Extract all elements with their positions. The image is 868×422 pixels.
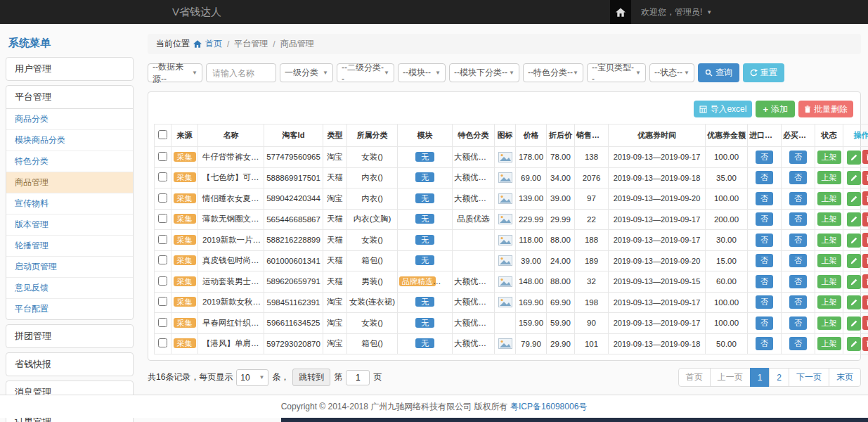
- status-button[interactable]: 上架: [817, 295, 841, 309]
- delete-button[interactable]: [862, 212, 868, 226]
- status-select[interactable]: --状态--▼: [649, 63, 694, 82]
- icp-link[interactable]: 粤ICP备16098006号: [510, 402, 587, 411]
- data-source-select[interactable]: --数据来源--▼: [148, 63, 202, 82]
- sidebar-item-child[interactable]: 商品管理: [6, 172, 133, 193]
- edit-button[interactable]: [847, 316, 861, 331]
- import-excel-button[interactable]: 导入excel: [694, 101, 752, 117]
- mustbuy-toggle-button[interactable]: 否: [789, 212, 807, 226]
- name-search-input[interactable]: [206, 63, 276, 82]
- row-checkbox[interactable]: [158, 152, 167, 161]
- module-select[interactable]: --模块--▼: [398, 63, 446, 82]
- mustbuy-toggle-button[interactable]: 否: [789, 254, 807, 267]
- edit-button[interactable]: [847, 192, 861, 206]
- status-button[interactable]: 上架: [817, 254, 841, 267]
- level1-category-select[interactable]: 一级分类▼: [280, 63, 333, 82]
- row-checkbox[interactable]: [158, 297, 167, 306]
- sidebar-item-child[interactable]: 宣传物料: [6, 193, 133, 215]
- import-toggle-button[interactable]: 否: [756, 337, 773, 350]
- mustbuy-toggle-button[interactable]: 否: [789, 295, 807, 309]
- module-subcategory-select[interactable]: --模块下分类--▼: [449, 63, 519, 82]
- edit-button[interactable]: [847, 171, 861, 185]
- row-checkbox[interactable]: [158, 255, 167, 264]
- reset-button[interactable]: 重置: [743, 63, 784, 82]
- sidebar-item-parent[interactable]: 平台管理: [6, 86, 133, 108]
- sidebar-item-child[interactable]: 启动页管理: [6, 257, 133, 278]
- delete-button[interactable]: [862, 274, 868, 288]
- breadcrumb-home-link[interactable]: 首页: [205, 38, 222, 50]
- search-button[interactable]: 查询: [698, 63, 739, 82]
- level2-category-select[interactable]: --二级分类--▼: [337, 63, 394, 82]
- edit-button[interactable]: [847, 275, 861, 289]
- page-button[interactable]: 下一页: [789, 368, 829, 387]
- add-button[interactable]: + 添加: [756, 101, 795, 117]
- sidebar-item-child[interactable]: 轮播管理: [6, 236, 133, 257]
- mustbuy-toggle-button[interactable]: 否: [789, 192, 807, 205]
- import-toggle-button[interactable]: 否: [756, 316, 773, 330]
- item-type-select[interactable]: --宝贝类型--▼: [587, 63, 646, 82]
- import-toggle-button[interactable]: 否: [756, 234, 773, 247]
- import-toggle-button[interactable]: 否: [756, 275, 773, 288]
- sidebar-item-parent[interactable]: 用户管理: [6, 58, 133, 80]
- row-checkbox[interactable]: [158, 214, 167, 223]
- mustbuy-toggle-button[interactable]: 否: [789, 337, 807, 350]
- edit-button[interactable]: [847, 212, 861, 226]
- mustbuy-toggle-button[interactable]: 否: [789, 316, 807, 330]
- mustbuy-toggle-button[interactable]: 否: [789, 275, 807, 288]
- user-menu[interactable]: 欢迎您，管理员! ▼: [631, 0, 722, 24]
- delete-button[interactable]: [862, 254, 868, 268]
- sidebar-item-child[interactable]: 特色分类: [6, 151, 133, 172]
- sidebar-item-child[interactable]: 版本管理: [6, 215, 133, 236]
- import-toggle-button[interactable]: 否: [756, 212, 773, 226]
- import-toggle-button[interactable]: 否: [756, 295, 773, 309]
- batch-delete-button[interactable]: 批量删除: [798, 101, 853, 117]
- sidebar-item-parent[interactable]: 拼团管理: [6, 325, 133, 347]
- mustbuy-toggle-button[interactable]: 否: [789, 151, 807, 164]
- delete-button[interactable]: [862, 191, 868, 205]
- page-button[interactable]: 首页: [678, 368, 711, 387]
- edit-button[interactable]: [847, 337, 861, 351]
- sidebar-item-child[interactable]: 模块商品分类: [6, 130, 133, 151]
- sidebar-item-child[interactable]: 商品分类: [6, 109, 133, 130]
- home-button[interactable]: [610, 0, 631, 24]
- edit-button[interactable]: [847, 151, 861, 165]
- status-button[interactable]: 上架: [817, 171, 841, 184]
- status-button[interactable]: 上架: [817, 275, 841, 288]
- status-button[interactable]: 上架: [817, 151, 841, 164]
- select-all-checkbox[interactable]: [158, 130, 167, 139]
- row-checkbox[interactable]: [158, 235, 167, 244]
- status-button[interactable]: 上架: [817, 192, 841, 205]
- delete-button[interactable]: [862, 233, 868, 247]
- status-button[interactable]: 上架: [817, 234, 841, 247]
- edit-button[interactable]: [847, 234, 861, 248]
- import-toggle-button[interactable]: 否: [756, 254, 773, 267]
- delete-button[interactable]: [862, 316, 868, 330]
- delete-button[interactable]: [862, 171, 868, 185]
- page-button[interactable]: 末页: [829, 368, 861, 387]
- mustbuy-toggle-button[interactable]: 否: [789, 234, 807, 247]
- per-page-select[interactable]: 10 ▼: [236, 369, 268, 386]
- status-button[interactable]: 上架: [817, 212, 841, 226]
- import-toggle-button[interactable]: 否: [756, 171, 773, 184]
- feature-category-select[interactable]: --特色分类--▼: [523, 63, 583, 82]
- page-button[interactable]: 1: [750, 368, 770, 387]
- row-checkbox[interactable]: [158, 338, 167, 347]
- jump-button[interactable]: 跳转到: [292, 369, 330, 386]
- page-button[interactable]: 2: [769, 368, 789, 387]
- edit-button[interactable]: [847, 295, 861, 309]
- row-checkbox[interactable]: [158, 172, 167, 181]
- delete-button[interactable]: [862, 150, 868, 164]
- page-button[interactable]: 上一页: [710, 368, 751, 387]
- edit-button[interactable]: [847, 254, 861, 268]
- row-checkbox[interactable]: [158, 318, 167, 327]
- sidebar-item-child[interactable]: 意见反馈: [6, 278, 133, 299]
- page-number-input[interactable]: [346, 370, 370, 385]
- delete-button[interactable]: [862, 337, 868, 351]
- row-checkbox[interactable]: [158, 276, 167, 286]
- sidebar-item-child[interactable]: 平台配置: [6, 299, 133, 319]
- status-button[interactable]: 上架: [817, 316, 841, 330]
- sidebar-item-parent[interactable]: 省钱快报: [6, 353, 133, 376]
- mustbuy-toggle-button[interactable]: 否: [789, 171, 807, 184]
- import-toggle-button[interactable]: 否: [756, 151, 773, 164]
- status-button[interactable]: 上架: [817, 337, 841, 350]
- import-toggle-button[interactable]: 否: [756, 192, 773, 205]
